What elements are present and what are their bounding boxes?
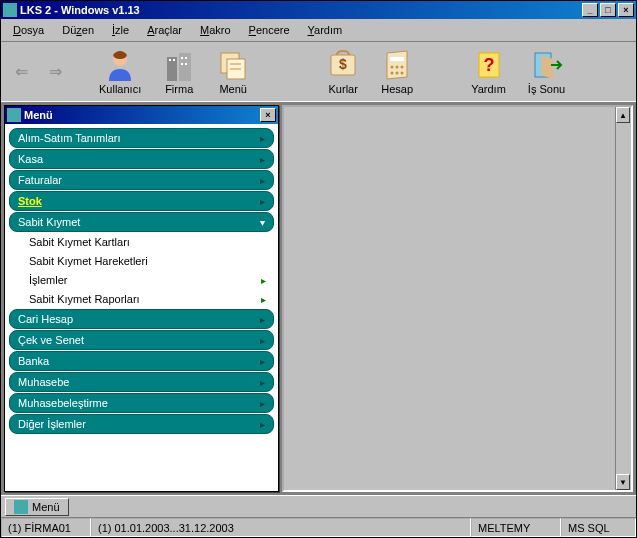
task-label: Menü — [32, 501, 60, 513]
minimize-button[interactable]: _ — [582, 3, 598, 17]
menu-faturalar[interactable]: Faturalar▸ — [9, 170, 274, 190]
submenu-sabit-kartlari[interactable]: Sabit Kıymet Kartları — [9, 233, 274, 251]
exit-icon — [531, 49, 563, 81]
status-firma: (1) FİRMA01 — [1, 518, 91, 537]
menu-pencere[interactable]: Pencere — [241, 22, 298, 38]
menu-list: Alım-Satım Tanımları▸ Kasa▸ Faturalar▸ S… — [9, 128, 274, 434]
tool-is-sonu[interactable]: İş Sonu — [520, 47, 573, 97]
building-icon — [163, 49, 195, 81]
task-icon — [14, 500, 28, 514]
svg-rect-3 — [169, 59, 171, 61]
chevron-right-icon: ▸ — [261, 294, 266, 305]
svg-point-18 — [401, 65, 404, 68]
menu-sabit-kiymet[interactable]: Sabit Kıymet▾ — [9, 212, 274, 232]
chevron-right-icon: ▸ — [260, 154, 265, 165]
svg-rect-4 — [173, 59, 175, 61]
tool-label: Yardım — [471, 83, 506, 95]
scroll-up-button[interactable]: ▲ — [616, 107, 630, 123]
svg-rect-7 — [181, 63, 183, 65]
chevron-right-icon: ▸ — [260, 133, 265, 144]
tool-label: Firma — [165, 83, 193, 95]
svg-rect-8 — [185, 63, 187, 65]
menu-window-title: Menü — [24, 109, 260, 121]
chevron-right-icon: ▸ — [261, 275, 266, 286]
user-icon — [104, 49, 136, 81]
taskbar: Menü — [1, 495, 636, 517]
menu-alim-satim[interactable]: Alım-Satım Tanımları▸ — [9, 128, 274, 148]
task-menu-button[interactable]: Menü — [5, 498, 69, 516]
window-title: LKS 2 - Windows v1.13 — [20, 4, 582, 16]
menu-kasa[interactable]: Kasa▸ — [9, 149, 274, 169]
menu-close-button[interactable]: × — [260, 108, 276, 122]
svg-point-20 — [396, 71, 399, 74]
tool-label: İş Sonu — [528, 83, 565, 95]
tool-label: Kullanıcı — [99, 83, 141, 95]
chevron-right-icon: ▸ — [260, 175, 265, 186]
svg-point-16 — [391, 65, 394, 68]
svg-rect-1 — [167, 57, 177, 81]
chevron-right-icon: ▸ — [260, 398, 265, 409]
scroll-down-button[interactable]: ▼ — [616, 474, 630, 490]
content-area: ▲ ▼ — [282, 105, 633, 492]
menu-stok[interactable]: Stok▸ — [9, 191, 274, 211]
svg-rect-5 — [181, 57, 183, 59]
calculator-icon — [381, 49, 413, 81]
menu-icon — [217, 49, 249, 81]
svg-text:$: $ — [339, 56, 347, 72]
status-user: MELTEMY — [471, 518, 561, 537]
svg-point-17 — [396, 65, 399, 68]
menubar: Dosya Düzen İzle Araçlar Makro Pencere Y… — [1, 19, 636, 41]
titlebar: LKS 2 - Windows v1.13 _ □ × — [1, 1, 636, 19]
chevron-right-icon: ▸ — [260, 419, 265, 430]
chevron-right-icon: ▸ — [260, 377, 265, 388]
menu-muhasebelestirme[interactable]: Muhasebeleştirme▸ — [9, 393, 274, 413]
submenu-sabit-raporlari[interactable]: Sabit Kıymet Raporları▸ — [9, 290, 274, 308]
svg-rect-6 — [185, 57, 187, 59]
submenu-islemler[interactable]: İşlemler▸ — [9, 271, 274, 289]
menu-muhasebe[interactable]: Muhasebe▸ — [9, 372, 274, 392]
svg-text:?: ? — [483, 55, 494, 75]
menu-banka[interactable]: Banka▸ — [9, 351, 274, 371]
tool-label: Menü — [219, 83, 247, 95]
tool-hesap[interactable]: Hesap — [373, 47, 421, 97]
tool-kurlar[interactable]: $ Kurlar — [319, 47, 367, 97]
menu-makro[interactable]: Makro — [192, 22, 239, 38]
vertical-scrollbar[interactable]: ▲ ▼ — [615, 107, 631, 490]
menu-window-icon — [7, 108, 21, 122]
svg-point-19 — [391, 71, 394, 74]
help-icon: ? — [473, 49, 505, 81]
menu-titlebar: Menü × — [5, 106, 278, 124]
tool-menu[interactable]: Menü — [209, 47, 257, 97]
main-window: LKS 2 - Windows v1.13 _ □ × Dosya Düzen … — [0, 0, 637, 538]
svg-rect-15 — [390, 57, 404, 61]
toolbar: ⇐ ⇒ Kullanıcı Firma Menü $ Kurlar Hesap … — [1, 41, 636, 101]
chevron-down-icon: ▾ — [260, 217, 265, 228]
menu-cek-senet[interactable]: Çek ve Senet▸ — [9, 330, 274, 350]
menu-diger-islemler[interactable]: Diğer İşlemler▸ — [9, 414, 274, 434]
money-icon: $ — [327, 49, 359, 81]
menu-araclar[interactable]: Araçlar — [139, 22, 190, 38]
menu-cari-hesap[interactable]: Cari Hesap▸ — [9, 309, 274, 329]
workspace: Menü × Alım-Satım Tanımları▸ Kasa▸ Fatur… — [1, 101, 636, 495]
nav-forward-button[interactable]: ⇒ — [45, 62, 65, 82]
maximize-button[interactable]: □ — [600, 3, 616, 17]
submenu-sabit-hareketleri[interactable]: Sabit Kıymet Hareketleri — [9, 252, 274, 270]
chevron-right-icon: ▸ — [260, 314, 265, 325]
menu-yardim[interactable]: Yardım — [300, 22, 351, 38]
tool-label: Hesap — [381, 83, 413, 95]
menu-body: Alım-Satım Tanımları▸ Kasa▸ Faturalar▸ S… — [5, 124, 278, 491]
close-button[interactable]: × — [618, 3, 634, 17]
chevron-right-icon: ▸ — [260, 196, 265, 207]
chevron-right-icon: ▸ — [260, 335, 265, 346]
menu-duzen[interactable]: Düzen — [54, 22, 102, 38]
chevron-right-icon: ▸ — [260, 356, 265, 367]
tool-firma[interactable]: Firma — [155, 47, 203, 97]
menu-dosya[interactable]: Dosya — [5, 22, 52, 38]
status-period: (1) 01.01.2003...31.12.2003 — [91, 518, 471, 537]
menu-izle[interactable]: İzle — [104, 22, 137, 38]
tool-label: Kurlar — [329, 83, 358, 95]
nav-back-button[interactable]: ⇐ — [11, 62, 31, 82]
status-db: MS SQL — [561, 518, 636, 537]
tool-kullanici[interactable]: Kullanıcı — [91, 47, 149, 97]
tool-yardim[interactable]: ? Yardım — [463, 47, 514, 97]
